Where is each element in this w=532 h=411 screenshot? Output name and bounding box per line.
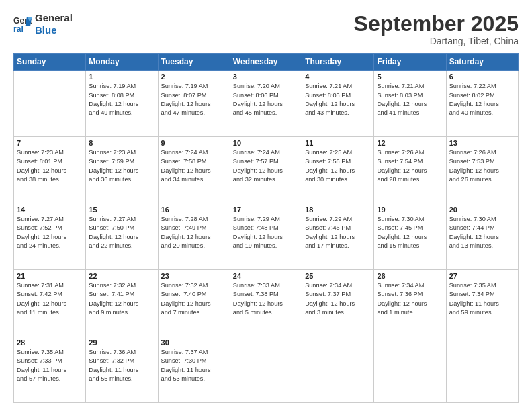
col-tuesday: Tuesday xyxy=(158,54,230,71)
day-number: 30 xyxy=(161,338,227,347)
day-number: 4 xyxy=(305,73,371,81)
table-row: 29Sunrise: 7:36 AMSunset: 7:32 PMDayligh… xyxy=(86,336,158,403)
calendar-week-4: 21Sunrise: 7:31 AMSunset: 7:42 PMDayligh… xyxy=(14,270,519,336)
day-number: 17 xyxy=(233,205,299,214)
table-row xyxy=(446,336,518,403)
day-number: 22 xyxy=(89,272,154,280)
table-row: 30Sunrise: 7:37 AMSunset: 7:30 PMDayligh… xyxy=(158,336,230,403)
month-title: September 2025 xyxy=(354,12,519,36)
table-row: 10Sunrise: 7:24 AMSunset: 7:57 PMDayligh… xyxy=(230,137,302,203)
col-thursday: Thursday xyxy=(302,54,374,71)
day-info: Sunrise: 7:27 AMSunset: 7:50 PMDaylight:… xyxy=(89,215,154,250)
logo: Gene ral General Blue xyxy=(13,12,73,36)
table-row: 2Sunrise: 7:19 AMSunset: 8:07 PMDaylight… xyxy=(158,71,230,137)
page-header: Gene ral General Blue September 2025 Dar… xyxy=(13,12,519,46)
day-number: 24 xyxy=(233,272,299,280)
day-info: Sunrise: 7:29 AMSunset: 7:48 PMDaylight:… xyxy=(233,215,299,250)
day-number: 9 xyxy=(161,139,227,147)
day-info: Sunrise: 7:20 AMSunset: 8:06 PMDaylight:… xyxy=(233,82,299,118)
day-info: Sunrise: 7:35 AMSunset: 7:34 PMDaylight:… xyxy=(449,281,515,317)
day-number: 20 xyxy=(449,205,515,214)
day-number: 13 xyxy=(449,139,515,147)
day-info: Sunrise: 7:36 AMSunset: 7:32 PMDaylight:… xyxy=(89,348,154,383)
day-number: 18 xyxy=(305,205,371,214)
day-info: Sunrise: 7:32 AMSunset: 7:40 PMDaylight:… xyxy=(161,281,227,317)
day-info: Sunrise: 7:26 AMSunset: 7:53 PMDaylight:… xyxy=(449,148,515,184)
day-info: Sunrise: 7:24 AMSunset: 7:57 PMDaylight:… xyxy=(233,148,299,184)
day-info: Sunrise: 7:30 AMSunset: 7:45 PMDaylight:… xyxy=(377,215,443,250)
table-row: 1Sunrise: 7:19 AMSunset: 8:08 PMDaylight… xyxy=(86,71,158,137)
day-info: Sunrise: 7:24 AMSunset: 7:58 PMDaylight:… xyxy=(161,148,227,184)
table-row: 21Sunrise: 7:31 AMSunset: 7:42 PMDayligh… xyxy=(14,270,86,336)
calendar-table: Sunday Monday Tuesday Wednesday Thursday… xyxy=(13,53,519,403)
table-row: 11Sunrise: 7:25 AMSunset: 7:56 PMDayligh… xyxy=(302,137,374,203)
day-number: 7 xyxy=(17,139,83,147)
table-row: 14Sunrise: 7:27 AMSunset: 7:52 PMDayligh… xyxy=(14,203,86,270)
day-number: 21 xyxy=(17,272,83,280)
day-info: Sunrise: 7:34 AMSunset: 7:36 PMDaylight:… xyxy=(377,281,443,317)
table-row: 9Sunrise: 7:24 AMSunset: 7:58 PMDaylight… xyxy=(158,137,230,203)
day-number: 29 xyxy=(89,338,154,347)
table-row xyxy=(302,336,374,403)
table-row xyxy=(14,71,86,137)
table-row: 3Sunrise: 7:20 AMSunset: 8:06 PMDaylight… xyxy=(230,71,302,137)
day-info: Sunrise: 7:27 AMSunset: 7:52 PMDaylight:… xyxy=(17,215,83,250)
table-row: 7Sunrise: 7:23 AMSunset: 8:01 PMDaylight… xyxy=(14,137,86,203)
col-saturday: Saturday xyxy=(446,54,518,71)
day-info: Sunrise: 7:23 AMSunset: 7:59 PMDaylight:… xyxy=(89,148,154,184)
day-info: Sunrise: 7:35 AMSunset: 7:33 PMDaylight:… xyxy=(17,348,83,383)
table-row: 20Sunrise: 7:30 AMSunset: 7:44 PMDayligh… xyxy=(446,203,518,270)
day-number: 27 xyxy=(449,272,515,280)
day-number: 19 xyxy=(377,205,443,214)
table-row: 17Sunrise: 7:29 AMSunset: 7:48 PMDayligh… xyxy=(230,203,302,270)
day-info: Sunrise: 7:19 AMSunset: 8:08 PMDaylight:… xyxy=(89,82,154,118)
day-number: 16 xyxy=(161,205,227,214)
day-info: Sunrise: 7:32 AMSunset: 7:41 PMDaylight:… xyxy=(89,281,154,317)
day-info: Sunrise: 7:34 AMSunset: 7:37 PMDaylight:… xyxy=(305,281,371,317)
table-row: 27Sunrise: 7:35 AMSunset: 7:34 PMDayligh… xyxy=(446,270,518,336)
day-number: 8 xyxy=(89,139,154,147)
day-number: 6 xyxy=(449,73,515,81)
table-row: 28Sunrise: 7:35 AMSunset: 7:33 PMDayligh… xyxy=(14,336,86,403)
day-number: 1 xyxy=(89,73,154,81)
day-info: Sunrise: 7:21 AMSunset: 8:05 PMDaylight:… xyxy=(305,82,371,118)
day-info: Sunrise: 7:31 AMSunset: 7:42 PMDaylight:… xyxy=(17,281,83,317)
table-row: 25Sunrise: 7:34 AMSunset: 7:37 PMDayligh… xyxy=(302,270,374,336)
day-info: Sunrise: 7:28 AMSunset: 7:49 PMDaylight:… xyxy=(161,215,227,250)
logo-icon: Gene ral xyxy=(13,15,32,34)
day-info: Sunrise: 7:26 AMSunset: 7:54 PMDaylight:… xyxy=(377,148,443,184)
day-number: 2 xyxy=(161,73,227,81)
title-block: September 2025 Dartang, Tibet, China xyxy=(354,12,519,46)
logo-line1: General xyxy=(35,12,73,24)
day-number: 11 xyxy=(305,139,371,147)
table-row: 19Sunrise: 7:30 AMSunset: 7:45 PMDayligh… xyxy=(374,203,446,270)
calendar-week-5: 28Sunrise: 7:35 AMSunset: 7:33 PMDayligh… xyxy=(14,336,519,403)
day-info: Sunrise: 7:25 AMSunset: 7:56 PMDaylight:… xyxy=(305,148,371,184)
day-info: Sunrise: 7:21 AMSunset: 8:03 PMDaylight:… xyxy=(377,82,443,118)
table-row: 16Sunrise: 7:28 AMSunset: 7:49 PMDayligh… xyxy=(158,203,230,270)
day-number: 12 xyxy=(377,139,443,147)
day-info: Sunrise: 7:37 AMSunset: 7:30 PMDaylight:… xyxy=(161,348,227,383)
calendar-week-2: 7Sunrise: 7:23 AMSunset: 8:01 PMDaylight… xyxy=(14,137,519,203)
location-subtitle: Dartang, Tibet, China xyxy=(354,36,519,46)
day-info: Sunrise: 7:22 AMSunset: 8:02 PMDaylight:… xyxy=(449,82,515,118)
svg-text:ral: ral xyxy=(13,24,24,34)
col-friday: Friday xyxy=(374,54,446,71)
day-number: 15 xyxy=(89,205,154,214)
logo-line2: Blue xyxy=(35,24,73,36)
calendar-week-3: 14Sunrise: 7:27 AMSunset: 7:52 PMDayligh… xyxy=(14,203,519,270)
day-number: 28 xyxy=(17,338,83,347)
table-row: 5Sunrise: 7:21 AMSunset: 8:03 PMDaylight… xyxy=(374,71,446,137)
table-row: 4Sunrise: 7:21 AMSunset: 8:05 PMDaylight… xyxy=(302,71,374,137)
day-number: 23 xyxy=(161,272,227,280)
day-info: Sunrise: 7:30 AMSunset: 7:44 PMDaylight:… xyxy=(449,215,515,250)
day-number: 25 xyxy=(305,272,371,280)
table-row: 6Sunrise: 7:22 AMSunset: 8:02 PMDaylight… xyxy=(446,71,518,137)
table-row: 22Sunrise: 7:32 AMSunset: 7:41 PMDayligh… xyxy=(86,270,158,336)
table-row: 23Sunrise: 7:32 AMSunset: 7:40 PMDayligh… xyxy=(158,270,230,336)
day-number: 26 xyxy=(377,272,443,280)
col-sunday: Sunday xyxy=(14,54,86,71)
table-row: 24Sunrise: 7:33 AMSunset: 7:38 PMDayligh… xyxy=(230,270,302,336)
day-number: 14 xyxy=(17,205,83,214)
day-info: Sunrise: 7:29 AMSunset: 7:46 PMDaylight:… xyxy=(305,215,371,250)
